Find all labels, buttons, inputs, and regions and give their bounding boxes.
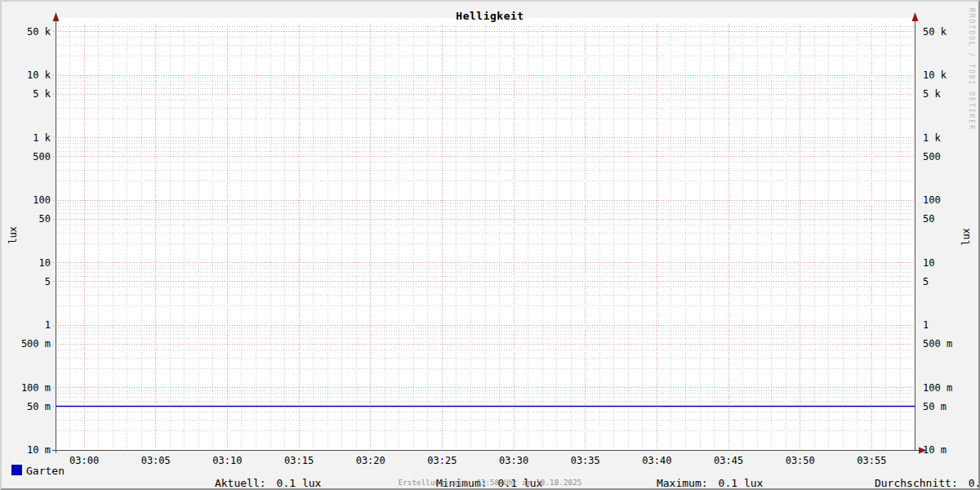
y-axis-tick-label-right: 5 k [923, 88, 980, 100]
y-axis-tick-label-right: 100 m [923, 382, 980, 394]
y-axis-tick-label-right: 1 k [923, 132, 980, 144]
y-axis-tick-label-right: 10 [923, 257, 980, 269]
legend-row: Garten Aktuell:0.1 lux Minimum:0.1 lux M… [2, 465, 978, 478]
chart-title: Helligkeit [2, 10, 978, 22]
y-axis-tick-label-left: 500 [2, 151, 51, 163]
y-axis-tick-label-left: 50 k [2, 26, 51, 38]
x-axis-tick-label: 03:50 [777, 455, 823, 466]
series-color-swatch [12, 466, 21, 474]
x-axis-tick-label: 03:55 [849, 455, 894, 466]
x-axis-tick-label: 03:30 [491, 455, 537, 466]
x-axis-tick-label: 03:15 [276, 455, 322, 466]
y-axis-tick-label-left: 5 [2, 276, 51, 287]
rrdtool-graph: Helligkeit lux lux RRDTOOL / TOBI OETIKE… [0, 0, 980, 490]
plot-area [2, 2, 978, 488]
x-axis-tick-label: 03:45 [706, 455, 751, 466]
y-axis-tick-label-left: 50 m [2, 401, 51, 412]
y-axis-tick-label-right: 50 m [923, 401, 980, 412]
x-axis-tick-label: 03:00 [61, 455, 107, 466]
y-axis-tick-label-left: 500 m [2, 338, 51, 350]
creation-timestamp: Erstellungszeit: 03:58 Uhr am 10.10.2025 [2, 479, 978, 487]
x-axis-tick-label: 03:40 [634, 455, 679, 466]
x-axis-tick-label: 03:25 [419, 455, 465, 466]
x-axis-tick-label: 03:35 [563, 455, 608, 466]
y-axis-tick-label-right: 1 [923, 319, 980, 331]
series-label: Garten [26, 465, 65, 477]
y-axis-tick-label-right: 10 k [923, 69, 980, 81]
y-axis-tick-label-left: 50 [2, 213, 51, 225]
y-axis-tick-label-right: 500 m [923, 338, 980, 350]
x-axis-tick-label: 03:20 [348, 455, 394, 466]
x-axis-tick-label: 03:05 [133, 455, 179, 466]
y-axis-tick-label-left: 1 [2, 319, 51, 331]
y-axis-tick-label-left: 100 m [2, 382, 51, 394]
y-axis-tick-label-right: 5 [923, 276, 980, 287]
y-axis-tick-label-left: 1 k [2, 132, 51, 144]
y-axis-tick-label-left: 10 k [2, 69, 51, 81]
y-axis-tick-label-left: 10 m [2, 444, 51, 456]
y-axis-tick-label-left: 5 k [2, 88, 51, 100]
y-axis-tick-label-right: 10 m [923, 444, 980, 456]
y-axis-tick-label-right: 50 [923, 213, 980, 225]
x-axis-tick-label: 03:10 [204, 455, 250, 466]
y-axis-tick-label-right: 500 [923, 151, 980, 163]
y-axis-tick-label-left: 10 [2, 257, 51, 269]
y-axis-tick-label-left: 100 [2, 194, 51, 206]
y-axis-tick-label-right: 100 [923, 194, 980, 206]
y-axis-tick-label-right: 50 k [923, 26, 980, 38]
